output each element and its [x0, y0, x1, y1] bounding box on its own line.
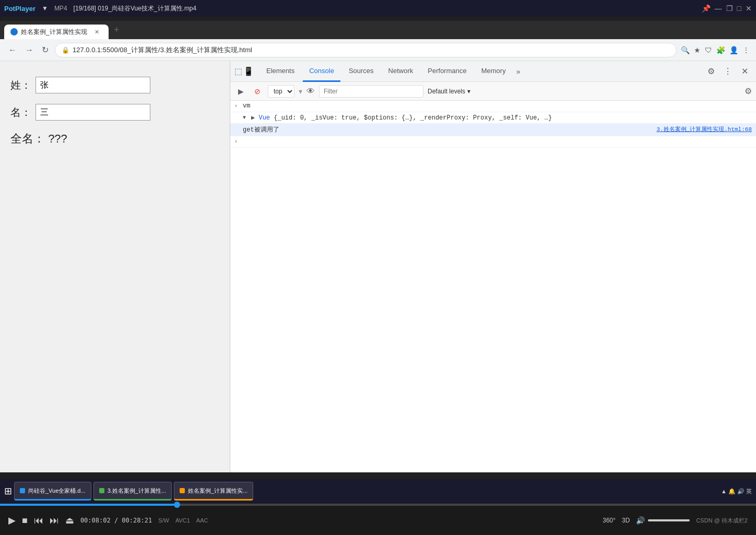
devtools-inspect-icon[interactable]: ⬚: [234, 66, 242, 76]
volume-icon[interactable]: 🔊: [636, 516, 645, 525]
taskbar-word-button[interactable]: 尚硅谷_Vue全家桶.d...: [14, 482, 91, 501]
stop-button[interactable]: ■: [22, 515, 28, 526]
tab-memory[interactable]: Memory: [475, 61, 512, 82]
title-bar: PotPlayer ▼ MP4 [19/168] 019_尚硅谷Vue技术_计算…: [0, 0, 756, 17]
taskbar-word-label: 尚硅谷_Vue全家桶.d...: [28, 487, 86, 495]
system-tray: ▲ 🔔 🔊 英: [721, 488, 752, 495]
console-settings-icon[interactable]: ⚙: [745, 86, 752, 96]
content-area: 姓： 名： 全名： ??? ⬚ 📱 Elements: [0, 61, 756, 472]
right-controls: 360° 3D 🔊 CSDN @ 待木成栏2: [603, 516, 748, 525]
tab-network[interactable]: Network: [382, 61, 420, 82]
browser-toolbar-icons: 🔍 ★ 🛡 🧩 👤 ⋮: [681, 46, 750, 54]
surname-row: 姓：: [10, 77, 219, 93]
progress-bar[interactable]: [0, 504, 756, 506]
tab-console[interactable]: Console: [303, 61, 340, 82]
page-content: 姓： 名： 全名： ???: [0, 61, 230, 472]
console-get-text: get被调用了 3.姓名案例_计算属性实现.html:68: [243, 125, 752, 134]
devtools-panel: ⬚ 📱 Elements Console Sources Network Per…: [230, 61, 756, 472]
close-devtools-button[interactable]: ✕: [737, 64, 752, 79]
log-levels-dropdown[interactable]: Default levels ▾: [428, 88, 470, 95]
restore-button[interactable]: ❐: [726, 4, 733, 13]
tab-close-button[interactable]: ✕: [95, 29, 99, 35]
browser-tab-active[interactable]: 姓名案例_计算属性实现 ✕: [4, 25, 109, 39]
name-row: 名：: [10, 104, 219, 121]
profile-icon[interactable]: 👤: [729, 46, 738, 54]
close-button[interactable]: ✕: [746, 4, 752, 13]
codec-sw: S/W: [158, 517, 169, 524]
media-format: MP4: [54, 5, 67, 12]
console-row-get-called: get被调用了 3.姓名案例_计算属性实现.html:68: [230, 124, 756, 136]
expand-arrow-icon[interactable]: ›: [234, 138, 243, 145]
current-time: 00:08:02 / 00:28:21: [80, 517, 152, 524]
tray-icons: ▲ 🔔 🔊 英: [721, 488, 752, 495]
bookmark-icon[interactable]: ★: [694, 46, 701, 54]
pin-button[interactable]: 📌: [702, 4, 711, 13]
taskbar-vscode-button[interactable]: 3.姓名案例_计算属性...: [93, 482, 172, 501]
security-icon: 🔒: [62, 46, 69, 54]
surname-label: 姓：: [10, 78, 31, 92]
media-controls: ▶ ■ ⏮ ⏭ ⏏ 00:08:02 / 00:28:21 S/W AVC1 A…: [0, 504, 756, 535]
name-input[interactable]: [36, 104, 150, 121]
back-button[interactable]: ←: [6, 43, 19, 57]
extension-icon[interactable]: 🛡: [705, 46, 712, 54]
taskbar-browser-button[interactable]: 姓名案例_计算属性实...: [174, 482, 253, 501]
context-select[interactable]: top: [268, 85, 294, 98]
app-name[interactable]: PotPlayer: [4, 5, 36, 13]
surname-input[interactable]: [36, 77, 150, 93]
start-button[interactable]: ⊞: [4, 485, 12, 497]
prev-button[interactable]: ⏮: [34, 515, 43, 526]
tab-performance[interactable]: Performance: [421, 61, 473, 82]
run-button[interactable]: ▶: [234, 85, 247, 98]
taskbar-browser-label: 姓名案例_计算属性实...: [188, 487, 247, 495]
filter-input[interactable]: [319, 85, 423, 98]
window-controls[interactable]: 📌 — ❐ □ ✕: [702, 4, 752, 13]
refresh-button[interactable]: ↻: [40, 43, 51, 57]
fullname-value: ???: [48, 132, 67, 145]
extensions-icon[interactable]: 🧩: [716, 46, 725, 54]
eye-icon[interactable]: 👁: [306, 87, 315, 96]
tab-sources[interactable]: Sources: [342, 61, 380, 82]
vscode-icon: [99, 488, 104, 493]
file-link[interactable]: 3.姓名案例_计算属性实现.html:68: [656, 125, 752, 133]
next-button[interactable]: ⏭: [50, 515, 59, 526]
name-label: 名：: [10, 105, 31, 120]
progress-fill: [0, 504, 174, 506]
forward-button[interactable]: →: [23, 43, 36, 57]
more-tabs-button[interactable]: »: [514, 67, 523, 76]
zoom-icon[interactable]: 🔍: [681, 46, 690, 54]
angle-info: 360°: [603, 517, 616, 524]
title-bar-separator: ▼: [42, 5, 48, 12]
tab-elements[interactable]: Elements: [260, 61, 301, 82]
clear-button[interactable]: ⊘: [251, 85, 264, 98]
volume-bar[interactable]: [648, 519, 690, 521]
volume-area: 🔊: [636, 516, 690, 525]
volume-fill: [648, 519, 690, 521]
expand-vm-arrow[interactable]: ›: [234, 102, 243, 109]
taskbar-vscode-label: 3.姓名案例_计算属性...: [108, 487, 166, 495]
console-row-expand: ›: [230, 136, 756, 148]
browser-window: 姓名案例_计算属性实现 ✕ + ← → ↻ 🔒 127.0.0.1:5500/0…: [0, 21, 756, 472]
watch-icon[interactable]: ▾: [299, 87, 302, 96]
expand-vue-arrow[interactable]: ▼: [243, 114, 251, 121]
new-tab-button[interactable]: +: [110, 22, 124, 38]
play-button[interactable]: ▶: [8, 515, 16, 526]
word-icon: [20, 488, 25, 493]
settings-icon[interactable]: ⚙: [704, 64, 718, 79]
maximize-button[interactable]: □: [737, 4, 741, 13]
console-vm-text: vm: [243, 102, 752, 110]
devtools-device-icon[interactable]: 📱: [243, 66, 254, 76]
more-options-icon[interactable]: ⋮: [720, 64, 735, 79]
console-toolbar: ▶ ⊘ top ▾ 👁 Default levels ▾ ⚙: [230, 82, 756, 101]
browser-icon: [180, 488, 185, 493]
devtools-tabs: ⬚ 📱 Elements Console Sources Network Per…: [230, 61, 756, 82]
console-vue-text: ▶ Vue {_uid: 0, _isVue: true, $options: …: [251, 114, 752, 122]
eject-button[interactable]: ⏏: [65, 515, 74, 526]
address-text[interactable]: 127.0.0.1:5500/08_计算属性/3.姓名案例_计算属性实现.htm…: [73, 45, 670, 55]
devtools-icons: ⚙ ⋮ ✕: [704, 64, 752, 79]
console-row-vm: › vm: [230, 101, 756, 112]
progress-thumb[interactable]: [174, 502, 180, 508]
address-bar[interactable]: 🔒 127.0.0.1:5500/08_计算属性/3.姓名案例_计算属性实现.h…: [55, 43, 677, 57]
minimize-button[interactable]: —: [715, 4, 722, 13]
menu-icon[interactable]: ⋮: [742, 46, 750, 54]
fullname-label: 全名：: [10, 132, 45, 145]
